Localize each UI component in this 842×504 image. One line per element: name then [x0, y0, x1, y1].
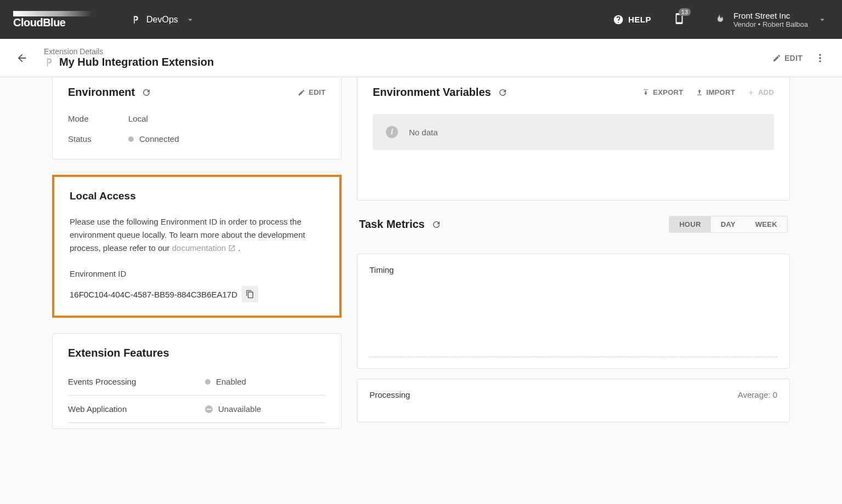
- status-value: Connected: [139, 134, 179, 144]
- svg-point-0: [819, 54, 821, 55]
- breadcrumb: Extension Details: [44, 47, 214, 56]
- import-label: IMPORT: [707, 88, 735, 96]
- feature-name: Events Processing: [68, 377, 205, 386]
- chevron-down-icon: [816, 13, 829, 26]
- refresh-button[interactable]: [141, 88, 151, 98]
- refresh-button[interactable]: [498, 88, 508, 98]
- chart-gridline: [369, 357, 777, 357]
- upload-icon: [696, 89, 703, 96]
- brand-logo[interactable]: CloudBlue: [13, 10, 93, 29]
- unavailable-dot-icon: [205, 405, 213, 413]
- feature-status: Unavailable: [218, 404, 261, 414]
- env-vars-title: Environment Variables: [373, 86, 491, 99]
- mode-value: Local: [128, 114, 148, 123]
- help-icon: [613, 14, 624, 25]
- plus-icon: [747, 89, 755, 96]
- external-link-icon: [228, 243, 236, 250]
- environment-card-title: Environment: [68, 86, 135, 99]
- range-hour-button[interactable]: HOUR: [669, 216, 710, 232]
- page-title: My Hub Integration Extension: [59, 56, 214, 68]
- status-dot-icon: [205, 379, 210, 385]
- header-more-button[interactable]: [809, 47, 831, 69]
- brand-gradient: [13, 11, 93, 16]
- features-title: Extension Features: [68, 347, 169, 359]
- refresh-button[interactable]: [431, 220, 441, 230]
- range-week-button[interactable]: WEEK: [746, 216, 787, 232]
- features-card: Extension Features Events Processing Ena…: [52, 333, 342, 429]
- processing-title: Processing: [369, 390, 410, 399]
- documentation-link[interactable]: documentation: [172, 243, 236, 253]
- metrics-range-toggle: HOUR DAY WEEK: [669, 216, 788, 233]
- page-header: Extension Details My Hub Integration Ext…: [0, 39, 842, 77]
- feature-name: Web Application: [68, 404, 205, 414]
- extension-icon: [44, 57, 55, 68]
- export-button[interactable]: EXPORT: [642, 88, 683, 96]
- content-area: Environment EDIT Mode Local Status Conne…: [0, 77, 842, 451]
- local-access-description: Please use the following Environment ID …: [70, 215, 324, 255]
- svg-point-1: [819, 57, 821, 59]
- import-button[interactable]: IMPORT: [696, 88, 735, 96]
- chevron-down-icon: [184, 13, 197, 26]
- environment-card: Environment EDIT Mode Local Status Conne…: [52, 77, 342, 159]
- processing-average: Average: 0: [738, 390, 777, 399]
- local-access-title: Local Access: [70, 190, 324, 202]
- environment-id-value: 16F0C104-404C-4587-BB59-884C3B6EA17D: [70, 290, 237, 299]
- download-icon: [642, 89, 650, 96]
- env-vars-card: Environment Variables EXPORT IMPORT: [357, 77, 790, 201]
- module-switcher[interactable]: DevOps: [131, 13, 197, 26]
- range-day-button[interactable]: DAY: [711, 216, 746, 232]
- mode-label: Mode: [68, 114, 128, 123]
- help-button[interactable]: HELP: [613, 14, 651, 25]
- no-data-banner: i No data: [373, 114, 774, 150]
- pencil-icon: [298, 89, 305, 96]
- account-switcher[interactable]: Front Street Inc Vendor • Robert Balboa: [713, 11, 829, 28]
- help-label: HELP: [628, 15, 651, 24]
- status-dot-icon: [128, 136, 134, 142]
- company-subtitle: Vendor • Robert Balboa: [733, 20, 808, 28]
- notifications-count: 13: [679, 8, 691, 16]
- pencil-icon: [772, 54, 781, 62]
- devops-icon: [131, 15, 141, 25]
- feature-status: Enabled: [216, 377, 246, 386]
- task-metrics-section: Task Metrics HOUR DAY WEEK Timing Proces: [357, 216, 790, 422]
- environment-edit-label: EDIT: [309, 88, 326, 96]
- status-label: Status: [68, 134, 128, 144]
- company-name: Front Street Inc: [733, 11, 808, 20]
- info-icon: i: [386, 126, 398, 138]
- export-label: EXPORT: [653, 88, 683, 96]
- notifications-button[interactable]: 13: [673, 13, 685, 26]
- module-label: DevOps: [146, 15, 178, 25]
- copy-icon: [246, 290, 254, 299]
- add-label: ADD: [758, 88, 774, 96]
- environment-edit-button[interactable]: EDIT: [298, 88, 326, 96]
- task-metrics-title: Task Metrics: [359, 218, 425, 231]
- brand-word: CloudBlue: [13, 16, 93, 29]
- feature-row: Events Processing Enabled: [68, 368, 326, 396]
- kebab-icon: [815, 53, 826, 64]
- no-data-label: No data: [409, 128, 438, 137]
- header-edit-label: EDIT: [784, 54, 803, 62]
- feature-row: Web Application Unavailable: [68, 396, 326, 423]
- back-button[interactable]: [11, 47, 33, 69]
- environment-id-label: Environment ID: [70, 269, 324, 278]
- header-edit-button[interactable]: EDIT: [772, 54, 803, 62]
- timing-title: Timing: [369, 265, 777, 274]
- top-bar: CloudBlue DevOps HELP 13 Front Street In…: [0, 0, 842, 39]
- svg-point-2: [819, 60, 821, 62]
- timing-card: Timing: [357, 254, 790, 369]
- copy-button[interactable]: [242, 286, 258, 302]
- processing-card: Processing Average: 0: [357, 379, 790, 422]
- company-logo-icon: [713, 13, 726, 26]
- local-access-card: Local Access Please use the following En…: [52, 175, 342, 318]
- add-button[interactable]: ADD: [747, 88, 774, 96]
